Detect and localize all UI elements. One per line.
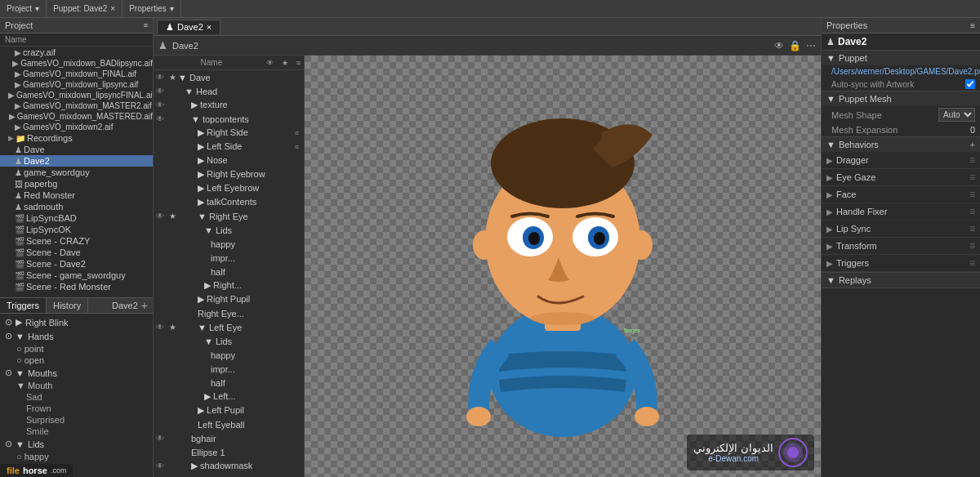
layer-leftpupil[interactable]: ▶ Left Pupil: [154, 403, 304, 417]
trigger-group-lids[interactable]: ⊙ ▼ Lids: [0, 437, 153, 451]
puppet-tab-top[interactable]: Puppet: Dave2 ×: [47, 0, 122, 17]
project-item-dave2[interactable]: ♟ Dave2: [0, 155, 153, 167]
project-item-mixdown2[interactable]: ▶ GamesVO_mixdown2.aif: [0, 122, 153, 132]
project-item-lipsync[interactable]: ▶ GamesVO_mixdown_lipsync.aif: [0, 79, 153, 90]
behavior-transform[interactable]: ▶ Transform ≡: [822, 238, 980, 255]
puppet-dave2-tab[interactable]: ♟ Dave2 ×: [157, 20, 220, 34]
behavior-dragger[interactable]: ▶ Dragger ≡: [822, 152, 980, 169]
puppet-mesh-header[interactable]: ▼ Puppet Mesh: [822, 91, 980, 106]
project-item-swordguy[interactable]: ♟ game_swordguy: [0, 167, 153, 178]
mesh-shape-select[interactable]: Auto: [938, 108, 975, 122]
more-icon[interactable]: ⋯: [806, 40, 816, 51]
behavior-menu-icon[interactable]: ≡: [969, 154, 975, 166]
behavior-menu-icon[interactable]: ≡: [969, 240, 975, 252]
project-item-mastered[interactable]: ▶ GamesVO_mixdown_MASTERED.aif: [0, 111, 153, 122]
auto-sync-checkbox[interactable]: [965, 79, 975, 89]
puppet-tab-close-icon[interactable]: ×: [207, 22, 212, 32]
project-item-scene-dave[interactable]: 🎬 Scene - Dave: [0, 247, 153, 258]
replays-section[interactable]: ▼ Replays: [822, 273, 980, 288]
behavior-menu-icon[interactable]: ≡: [969, 172, 975, 183]
trigger-item-point[interactable]: ○ point: [0, 343, 153, 354]
behavior-eyegaze[interactable]: ▶ Eye Gaze ≡: [822, 169, 980, 186]
project-item-redmonster[interactable]: ♟ Red Monster: [0, 189, 153, 201]
project-item-scene-redmonster[interactable]: 🎬 Scene - Red Monster: [0, 281, 153, 292]
trigger-sub-frown[interactable]: Frown: [0, 403, 153, 414]
project-item-scene-crazy[interactable]: 🎬 Scene - CRAZY: [0, 235, 153, 247]
trigger-item-label: point: [24, 344, 44, 354]
behavior-triggers[interactable]: ▶ Triggers ≡: [822, 255, 980, 272]
trigger-item-open[interactable]: ○ open: [0, 354, 153, 366]
add-trigger-button[interactable]: +: [141, 299, 148, 312]
project-item-bad[interactable]: ▶ GamesVO_mixdown_BADlipsync.aif: [0, 58, 153, 69]
project-item-lipsynck[interactable]: 🎬 LipSyncOK: [0, 224, 153, 235]
trigger-sub-surprised[interactable]: Surprised: [0, 414, 153, 426]
layer-righteyeball[interactable]: Right Eye...: [154, 306, 304, 320]
behavior-menu-icon[interactable]: ≡: [969, 257, 975, 269]
layer-bg[interactable]: bg: [154, 473, 304, 477]
layer-topcontents[interactable]: 👁 ▼ topcontents: [154, 112, 304, 126]
trigger-item-happy[interactable]: ○ happy: [0, 451, 153, 462]
layer-happy-l[interactable]: happy: [154, 348, 304, 362]
trigger-sub-sad[interactable]: Sad: [0, 391, 153, 403]
layer-half-l[interactable]: half: [154, 376, 304, 390]
layer-rightpupil[interactable]: ▶ Right Pupil: [154, 292, 304, 306]
behavior-menu-icon[interactable]: ≡: [969, 223, 975, 234]
layer-lefteye[interactable]: 👁 ★ ▼ Left Eye: [154, 320, 304, 334]
history-tab[interactable]: History: [47, 298, 88, 313]
lock-icon[interactable]: 🔒: [789, 40, 801, 51]
project-menu[interactable]: Project ▾: [0, 0, 47, 17]
trigger-group-mouths[interactable]: ⊙ ▼ Mouths: [0, 366, 153, 380]
layer-righteye[interactable]: 👁 ★ ▼ Right Eye: [154, 209, 304, 223]
project-item-crazy[interactable]: ▶ crazy.aif: [0, 47, 153, 58]
file-path-value[interactable]: /Users/werner/Desktop/GAMES/Dave2.psd: [831, 67, 980, 76]
layer-happy-r[interactable]: happy: [154, 237, 304, 251]
triggers-tab[interactable]: Triggers: [0, 298, 47, 313]
project-item-dave[interactable]: ♟ Dave: [0, 144, 153, 155]
trigger-group-hands[interactable]: ⊙ ▼ Hands: [0, 329, 153, 343]
trigger-sub-smile[interactable]: Smile: [0, 426, 153, 437]
eye-icon[interactable]: 👁: [774, 40, 784, 51]
layer-leftside[interactable]: ▶ Left Side ≡: [154, 140, 304, 154]
behaviors-add-icon[interactable]: +: [970, 140, 975, 149]
layer-nose[interactable]: ▶ Nose: [154, 154, 304, 167]
layer-talkcontents[interactable]: ▶ talkContents: [154, 195, 304, 209]
project-item-lipsyncfinal[interactable]: ▶ GamesVO_mixdown_lipsyncFINAL.aif: [0, 90, 153, 100]
trigger-item-mouth[interactable]: ▼ Mouth: [0, 380, 153, 391]
behavior-menu-icon[interactable]: ≡: [969, 189, 975, 200]
layer-impr-l[interactable]: impr...: [154, 362, 304, 376]
canvas-viewport[interactable]: finger الديوان الإلكتروني e-Dewan.com: [305, 56, 821, 477]
layer-impr-r[interactable]: impr...: [154, 251, 304, 265]
puppet-tab-top-close[interactable]: ×: [110, 4, 115, 13]
layer-lefteyebrow[interactable]: ▶ Left Eyebrow: [154, 181, 304, 195]
layer-shadowmask[interactable]: 👁 ▶ shadowmask: [154, 459, 304, 473]
behaviors-header[interactable]: ▼ Behaviors +: [822, 137, 980, 152]
layer-head[interactable]: 👁 ▼ Head: [154, 84, 304, 98]
layer-left-sub[interactable]: ▶ Left...: [154, 390, 304, 403]
behavior-handlefixer[interactable]: ▶ Handle Fixer ≡: [822, 203, 980, 221]
project-item-lipsyncbad[interactable]: 🎬 LipSyncBAD: [0, 212, 153, 224]
project-item-sadmouth[interactable]: ♟ sadmouth: [0, 201, 153, 212]
puppet-section-header[interactable]: ▼ Puppet: [822, 51, 980, 65]
project-item-master2[interactable]: ▶ GamesVO_mixdown_MASTER2.aif: [0, 100, 153, 111]
behavior-menu-icon[interactable]: ≡: [969, 206, 975, 217]
layer-bghair[interactable]: 👁 bghair: [154, 431, 304, 445]
project-item-recordings[interactable]: ▶ 📁 Recordings: [0, 132, 153, 144]
project-item-scene-dave2[interactable]: 🎬 Scene - Dave2: [0, 258, 153, 270]
behavior-lipsync[interactable]: ▶ Lip Sync ≡: [822, 221, 980, 238]
project-item-paperbg[interactable]: 🖼 paperbg: [0, 178, 153, 189]
layer-lefteyeball[interactable]: Left Eyeball: [154, 417, 304, 431]
properties-menu[interactable]: Properties ▾: [122, 0, 181, 17]
project-item-scene-swordguy[interactable]: 🎬 Scene - game_swordguy: [0, 270, 153, 281]
layer-rightside[interactable]: ▶ Right Side ≡: [154, 126, 304, 140]
layer-texture-head[interactable]: 👁 ▶ texture: [154, 98, 304, 112]
layer-right-sub[interactable]: ▶ Right...: [154, 279, 304, 292]
trigger-group-right-blink[interactable]: ⊙ ▶ Right Blink: [0, 315, 153, 329]
behavior-face[interactable]: ▶ Face ≡: [822, 186, 980, 203]
project-item-final[interactable]: ▶ GamesVO_mixdown_FINAL.aif: [0, 69, 153, 79]
layer-lids-right[interactable]: ▼ Lids: [154, 223, 304, 237]
layer-half-r[interactable]: half: [154, 265, 304, 279]
layer-dave[interactable]: 👁 ★ ▼ Dave: [154, 70, 304, 84]
layer-lids-left[interactable]: ▼ Lids: [154, 334, 304, 348]
layer-ellipse[interactable]: Ellipse 1: [154, 445, 304, 459]
layer-righteyebrow[interactable]: ▶ Right Eyebrow: [154, 167, 304, 181]
